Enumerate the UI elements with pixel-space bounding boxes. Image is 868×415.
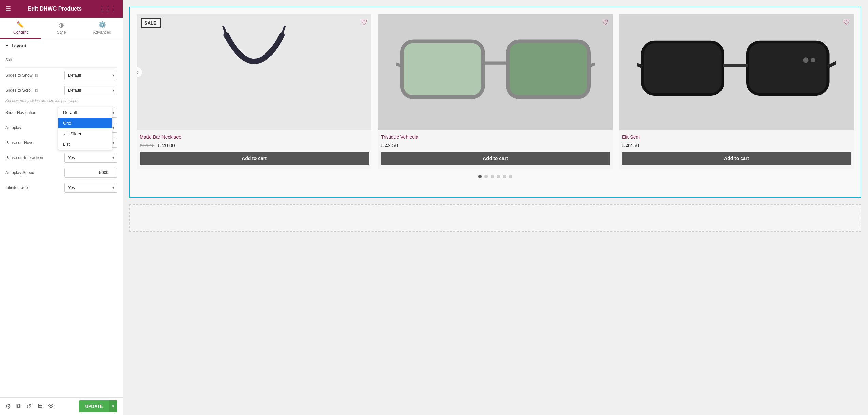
monitor-icon-slides-show: 🖥	[34, 73, 39, 78]
skin-row: Skin Default Grid ✓Slider List	[0, 52, 123, 67]
infinite-loop-select-wrapper: Yes No	[64, 183, 117, 193]
dropdown-item-list[interactable]: List	[58, 139, 112, 150]
dot-6[interactable]	[509, 175, 512, 178]
svg-point-12	[803, 57, 808, 63]
product-title-1[interactable]: Matte Bar Necklace	[140, 134, 369, 140]
sunglasses-green-image	[396, 16, 595, 128]
slides-to-show-row: Slides to Show 🖥 Default	[0, 68, 123, 83]
dot-5[interactable]	[503, 175, 506, 178]
sidebar-content: ▼ Layout Skin Default Grid ✓Slider List	[0, 39, 123, 397]
autoplay-speed-label: Autoplay Speed	[5, 170, 64, 175]
add-to-cart-1[interactable]: Add to cart	[140, 152, 369, 165]
svg-rect-2	[402, 41, 483, 97]
sale-badge: SALE!	[141, 18, 161, 28]
product-price-1: £ 51.10 £ 20.00	[140, 142, 369, 148]
product-title-3[interactable]: Elit Sem	[622, 134, 851, 140]
tab-content-label: Content	[13, 30, 28, 35]
product-image-wrapper-1: SALE! ♡ ‹	[137, 14, 371, 130]
tab-advanced[interactable]: ⚙️ Advanced	[82, 18, 123, 39]
wishlist-icon-3[interactable]: ♡	[843, 18, 850, 27]
autoplay-speed-input[interactable]	[64, 168, 117, 178]
product-title-2[interactable]: Tristique Vehicula	[381, 134, 610, 140]
infinite-loop-label: Infinite Loop	[5, 185, 64, 190]
advanced-icon: ⚙️	[98, 21, 106, 29]
product-info-1: Matte Bar Necklace £ 51.10 £ 20.00 Add t…	[137, 130, 371, 169]
monitor-icon-slides-scroll: 🖥	[34, 88, 39, 93]
wishlist-icon-2[interactable]: ♡	[602, 18, 608, 27]
history-toolbar-icon[interactable]: ↺	[26, 403, 31, 410]
product-card-2: ♡ Tristique Vehicula	[378, 14, 613, 169]
price-3: £ 42.50	[622, 142, 639, 148]
update-button-group: UPDATE ▾	[79, 400, 117, 412]
product-info-2: Tristique Vehicula £ 42.50 Add to cart	[378, 130, 613, 169]
tab-advanced-label: Advanced	[93, 30, 111, 35]
sidebar-toolbar: ⚙ ⧉ ↺ 🖥 👁 UPDATE ▾	[0, 397, 123, 415]
products-grid: SALE! ♡ ‹ Matte Bar Necklace £ 51.10 £ 2…	[137, 14, 854, 169]
update-button[interactable]: UPDATE	[79, 400, 109, 412]
layers-toolbar-icon[interactable]: ⧉	[16, 403, 21, 410]
tab-style[interactable]: ◑ Style	[41, 18, 82, 39]
tab-style-label: Style	[57, 30, 66, 35]
dropdown-item-grid[interactable]: Grid	[58, 118, 112, 128]
svg-rect-3	[508, 41, 589, 97]
layout-section-label: Layout	[12, 43, 26, 48]
infinite-loop-select[interactable]: Yes No	[64, 183, 117, 193]
pause-on-interaction-select[interactable]: Yes No	[64, 153, 117, 163]
slides-to-scroll-select-wrapper: Default	[64, 86, 117, 95]
price-sale-1: £ 20.00	[158, 142, 175, 148]
dot-3[interactable]	[491, 175, 494, 178]
product-image-wrapper-2: ♡	[378, 14, 613, 130]
style-icon: ◑	[59, 21, 64, 29]
infinite-loop-row: Infinite Loop Yes No	[0, 180, 123, 195]
slides-to-scroll-label: Slides to Scroll 🖥	[5, 88, 64, 93]
slides-to-show-select[interactable]: Default	[64, 71, 117, 80]
pause-on-interaction-label: Pause on Interaction	[5, 155, 64, 160]
layout-arrow-icon: ▼	[5, 44, 9, 48]
autoplay-speed-row: Autoplay Speed	[0, 165, 123, 180]
dropdown-item-default[interactable]: Default	[58, 107, 112, 118]
settings-toolbar-icon[interactable]: ⚙	[5, 403, 11, 410]
pause-on-interaction-row: Pause on Interaction Yes No	[0, 150, 123, 165]
slider-dots	[137, 169, 854, 180]
sunglasses-black-image	[637, 22, 836, 122]
layout-section-header[interactable]: ▼ Layout	[0, 39, 123, 52]
sidebar-title: Edit DHWC Products	[28, 6, 82, 12]
sidebar: ☰ Edit DHWC Products ⋮⋮⋮ ✏️ Content ◑ St…	[0, 0, 123, 415]
dot-2[interactable]	[484, 175, 488, 178]
dot-4[interactable]	[497, 175, 500, 178]
pause-on-interaction-select-wrapper: Yes No	[64, 153, 117, 163]
slides-scroll-hint: Set how many slides are scrolled per swi…	[0, 98, 123, 105]
svg-rect-8	[747, 42, 828, 94]
dot-1[interactable]	[478, 175, 482, 178]
price-2: £ 42.50	[381, 142, 398, 148]
add-to-cart-2[interactable]: Add to cart	[381, 152, 610, 165]
prev-arrow[interactable]: ‹	[137, 67, 142, 78]
dropdown-item-slider[interactable]: ✓Slider	[58, 128, 112, 139]
update-dropdown-button[interactable]: ▾	[109, 400, 117, 412]
products-container: SALE! ♡ ‹ Matte Bar Necklace £ 51.10 £ 2…	[129, 7, 861, 198]
content-icon: ✏️	[17, 21, 24, 29]
sidebar-header: ☰ Edit DHWC Products ⋮⋮⋮	[0, 0, 123, 18]
responsive-toolbar-icon[interactable]: 🖥	[37, 403, 43, 410]
price-original-1: £ 51.10	[140, 143, 154, 148]
bottom-dashed-area	[129, 204, 861, 232]
wishlist-icon-1[interactable]: ♡	[361, 18, 367, 27]
pause-on-hover-label: Pause on Hover	[5, 140, 64, 145]
skin-label: Skin	[5, 58, 117, 62]
main-content: SALE! ♡ ‹ Matte Bar Necklace £ 51.10 £ 2…	[123, 0, 868, 415]
slides-to-show-label: Slides to Show 🖥	[5, 73, 64, 78]
grid-icon[interactable]: ⋮⋮⋮	[99, 5, 117, 13]
product-price-3: £ 42.50	[622, 142, 851, 148]
add-to-cart-3[interactable]: Add to cart	[622, 152, 851, 165]
product-image-wrapper-3: ♡	[619, 14, 854, 130]
hamburger-icon[interactable]: ☰	[5, 5, 11, 13]
autoplay-label: Autoplay	[5, 125, 64, 130]
preview-toolbar-icon[interactable]: 👁	[48, 403, 55, 410]
sidebar-tabs: ✏️ Content ◑ Style ⚙️ Advanced	[0, 18, 123, 39]
product-card-1: SALE! ♡ ‹ Matte Bar Necklace £ 51.10 £ 2…	[137, 14, 371, 169]
svg-rect-7	[642, 42, 723, 94]
slides-to-scroll-select[interactable]: Default	[64, 86, 117, 95]
slider-navigation-label: Slider Navigation	[5, 110, 64, 115]
product-card-3: ♡	[619, 14, 854, 169]
tab-content[interactable]: ✏️ Content	[0, 18, 41, 39]
